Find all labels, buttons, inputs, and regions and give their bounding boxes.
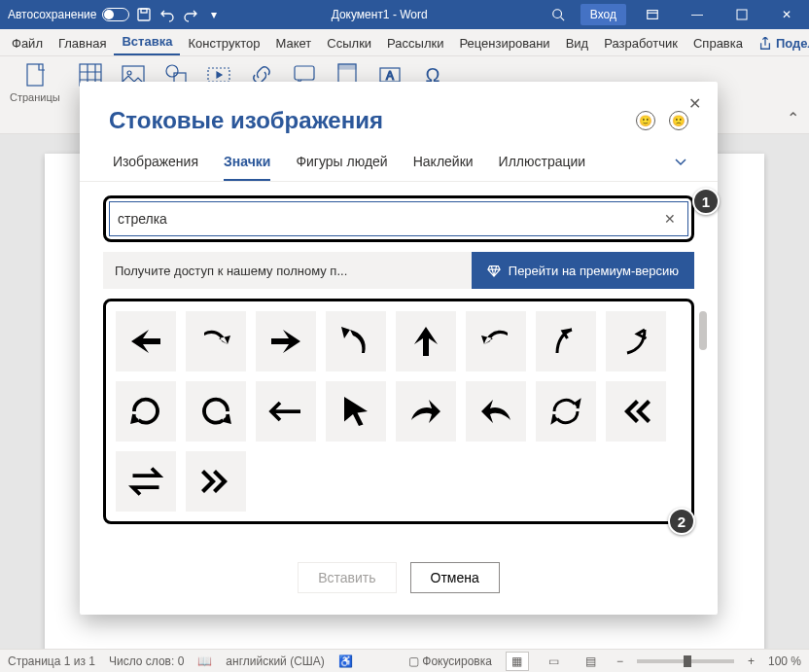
dialog-tab-stickers[interactable]: Наклейки <box>413 154 474 181</box>
tab-file[interactable]: Файл <box>4 31 51 55</box>
tab-developer[interactable]: Разработчик <box>596 31 686 55</box>
share-icon <box>758 37 772 51</box>
icon-arrow-curve-down[interactable] <box>186 311 246 371</box>
zoom-in-button[interactable]: + <box>748 654 755 668</box>
icon-arrow-curve-up-left[interactable] <box>326 311 386 371</box>
document-title: Документ1 - Word <box>223 8 535 21</box>
icon-chevrons-left[interactable] <box>606 381 666 442</box>
redo-icon[interactable] <box>182 6 199 23</box>
share-button[interactable]: Поделиться <box>751 31 809 55</box>
dialog-tab-people[interactable]: Фигуры людей <box>296 154 387 181</box>
tab-review[interactable]: Рецензировани <box>451 31 557 55</box>
tab-layout[interactable]: Макет <box>268 31 320 55</box>
autosave-label: Автосохранение <box>8 8 96 21</box>
dialog-close-button[interactable]: ✕ <box>683 91 706 115</box>
icon-cursor-solid[interactable] <box>326 381 386 442</box>
ribbon-options-icon[interactable] <box>630 0 675 29</box>
zoom-slider[interactable] <box>637 659 734 663</box>
dialog-tab-images[interactable]: Изображения <box>113 154 198 181</box>
save-icon[interactable] <box>135 6 153 23</box>
diamond-icon <box>487 264 501 277</box>
search-icon[interactable] <box>536 0 580 29</box>
insert-button: Вставить <box>298 562 396 593</box>
status-focus[interactable]: ▢ Фокусировка <box>408 654 492 668</box>
close-button[interactable]: ✕ <box>764 0 809 29</box>
icon-rotate-ccw[interactable] <box>186 381 246 442</box>
collapse-ribbon-icon[interactable]: ⌃ <box>787 109 799 127</box>
status-bar: Страница 1 из 1 Число слов: 0 📖 английск… <box>0 649 809 672</box>
stock-images-dialog: ✕ Стоковые изображения 🙂 🙁 Изображения З… <box>80 82 718 615</box>
tab-mailings[interactable]: Рассылки <box>379 31 451 55</box>
tab-references[interactable]: Ссылки <box>319 31 379 55</box>
undo-icon[interactable] <box>158 6 176 23</box>
title-bar: Автосохранение ▾ Документ1 - Word Вход —… <box>0 0 809 29</box>
dialog-title: Стоковые изображения <box>109 107 636 134</box>
icon-chevrons-right[interactable] <box>186 451 246 512</box>
svg-point-9 <box>166 65 178 77</box>
expand-dialog-icon[interactable] <box>673 154 688 172</box>
icon-arrow-curve-up-right[interactable] <box>606 311 666 371</box>
svg-rect-12 <box>295 66 314 80</box>
icon-refresh-circle[interactable] <box>536 381 596 442</box>
svg-rect-1 <box>141 9 147 13</box>
premium-message: Получите доступ к нашему полному п... <box>103 264 472 278</box>
feedback-smile-icon[interactable]: 🙂 <box>636 111 655 130</box>
view-print-layout-icon[interactable]: ▦ <box>506 652 529 671</box>
svg-rect-5 <box>27 64 43 86</box>
status-language[interactable]: английский (США) <box>226 654 324 668</box>
icon-arrow-right-solid[interactable] <box>256 311 316 371</box>
page-icon <box>24 62 46 88</box>
svg-rect-14 <box>338 64 356 69</box>
svg-text:A: A <box>386 69 394 83</box>
svg-rect-3 <box>648 11 658 19</box>
ribbon-tabs: Файл Главная Вставка Конструктор Макет С… <box>0 29 809 56</box>
results-scrollbar[interactable] <box>697 311 709 506</box>
premium-button[interactable]: Перейти на премиум-версию <box>472 252 694 289</box>
status-accessibility-icon[interactable]: ♿ <box>338 654 353 668</box>
premium-banner: Получите доступ к нашему полному п... Пе… <box>103 252 694 289</box>
icon-arrow-left-solid[interactable] <box>116 311 176 371</box>
tab-design[interactable]: Конструктор <box>180 31 267 55</box>
icon-grid <box>116 311 682 512</box>
icon-arrow-curve-down-left[interactable] <box>466 311 526 371</box>
minimize-button[interactable]: — <box>675 0 720 29</box>
tab-view[interactable]: Вид <box>558 31 597 55</box>
dialog-tab-icons[interactable]: Значки <box>224 154 270 181</box>
clear-search-icon[interactable]: ✕ <box>660 211 680 227</box>
tab-insert[interactable]: Вставка <box>114 29 180 55</box>
icon-arrow-redo[interactable] <box>396 381 456 442</box>
view-web-layout-icon[interactable]: ▤ <box>580 652 603 671</box>
callout-1: 1 <box>692 188 720 215</box>
status-page[interactable]: Страница 1 из 1 <box>8 654 95 668</box>
icon-results-highlight: 2 <box>103 299 694 524</box>
dialog-tab-illustrations[interactable]: Иллюстрации <box>499 154 586 181</box>
svg-point-2 <box>553 10 562 18</box>
ribbon-group-pages[interactable]: Страницы <box>10 62 60 103</box>
autosave-toggle[interactable] <box>102 8 129 21</box>
dialog-tabs: Изображения Значки Фигуры людей Наклейки… <box>80 144 718 182</box>
icon-arrow-up-solid[interactable] <box>396 311 456 371</box>
callout-2: 2 <box>668 508 695 535</box>
icon-arrow-undo[interactable] <box>466 381 526 442</box>
tab-help[interactable]: Справка <box>686 31 751 55</box>
icon-arrow-curve-up-thin[interactable] <box>536 311 596 371</box>
maximize-button[interactable] <box>720 0 764 29</box>
status-words[interactable]: Число слов: 0 <box>109 654 184 668</box>
svg-rect-0 <box>138 9 150 20</box>
svg-point-8 <box>127 71 131 75</box>
icon-arrow-left-thin[interactable] <box>256 381 316 442</box>
icon-arrows-swap-horizontal[interactable] <box>116 451 176 512</box>
zoom-out-button[interactable]: − <box>616 654 623 668</box>
view-read-mode-icon[interactable]: ▭ <box>543 652 566 671</box>
status-proofing-icon[interactable]: 📖 <box>197 654 212 668</box>
search-input[interactable] <box>118 211 660 227</box>
svg-rect-4 <box>737 10 747 19</box>
login-button[interactable]: Вход <box>580 4 626 25</box>
cancel-button[interactable]: Отмена <box>410 562 500 593</box>
search-highlight: ✕ <box>103 195 694 242</box>
zoom-level[interactable]: 100 % <box>768 654 801 668</box>
qat-dropdown-icon[interactable]: ▾ <box>205 6 223 23</box>
icon-rotate-cw[interactable] <box>116 381 176 442</box>
tab-home[interactable]: Главная <box>51 31 114 55</box>
